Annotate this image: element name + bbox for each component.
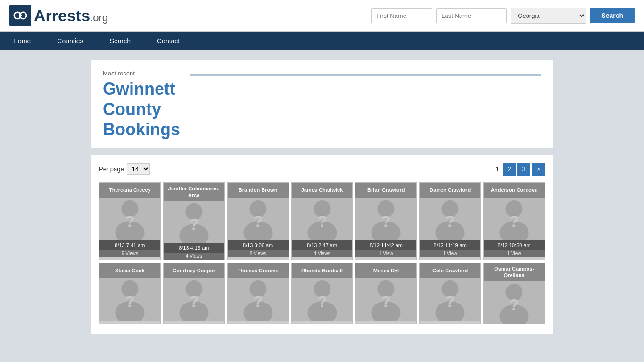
person-photo-area: ? [420,278,480,321]
person-date: 8/13 3:06 am [228,240,289,250]
person-card[interactable]: Anderson Cordova ? 8/12 10:50 am1 View [483,182,545,261]
svg-text:?: ? [381,293,391,311]
person-photo-area: ? [99,278,160,321]
page-3-btn[interactable]: 3 [517,163,530,176]
person-card[interactable]: Moses Dyl ? [355,263,417,324]
person-photo-area: ? 8/13 3:06 am8 Views [228,198,289,257]
person-views: 9 Views [99,250,160,257]
person-views: 4 Views [164,253,224,260]
svg-text:?: ? [510,296,519,313]
svg-text:?: ? [381,213,391,230]
handcuffs-icon: ? [13,7,28,24]
svg-text:?: ? [125,293,134,311]
last-name-input[interactable] [436,8,507,23]
person-name: Courtney Cooper [164,263,224,278]
person-name: Cole Crawford [420,263,480,278]
person-card[interactable]: Rhonda Burdsall ? [291,263,353,324]
person-photo-area: ? 8/12 11:19 am1 View [420,198,480,257]
person-views: 1 View [420,250,480,257]
person-date: 8/13 7:41 am [99,240,160,250]
page-title: Gwinnett County Bookings [103,79,180,140]
per-page-select[interactable]: 7 14 21 28 [127,163,150,175]
svg-text:?: ? [253,213,263,230]
navigation: Home Counties Search Contact [0,32,644,50]
person-name: Stacia Cook [99,263,160,278]
person-views: 1 View [355,250,416,257]
person-name: Darren Crawford [420,183,480,198]
person-date: 8/12 11:19 am [420,240,480,250]
logo[interactable]: ? Arrests.org [9,5,108,26]
person-card[interactable]: Jeniffer Colmenares-Arce ? 8/13 4:13 am4… [163,182,225,261]
first-name-input[interactable] [371,8,432,23]
person-date: 8/13 2:47 am [292,240,353,250]
person-name: Jeniffer Colmenares-Arce [164,183,224,201]
person-name: Thereana Creecy [99,183,160,198]
svg-text:?: ? [446,293,455,311]
nav-contact[interactable]: Contact [144,32,193,50]
pagination: 1 2 3 > [494,163,545,176]
svg-text:?: ? [253,293,263,311]
person-photo-area: ? 8/13 7:41 am9 Views [99,198,160,257]
controls-row: Per page 7 14 21 28 1 2 3 > [99,163,545,176]
person-card[interactable]: James Chadwick ? 8/13 2:47 am4 Views [291,182,353,261]
person-name: Rhonda Burdsall [292,263,353,278]
person-card[interactable]: Brandon Brown ? 8/13 3:06 am8 Views [227,182,289,261]
person-card[interactable]: Thereana Creecy ? 8/13 7:41 am9 Views [99,182,161,261]
person-photo-area: ? 8/12 10:50 am1 View [484,198,545,257]
person-date: 8/12 10:50 am [484,240,545,250]
person-photo-area: ? 8/12 11:42 am1 View [355,198,416,257]
person-photo-area: ? [228,278,289,321]
person-name: Thomas Crooms [228,263,289,278]
search-button[interactable]: Search [590,8,635,23]
person-name: James Chadwick [292,183,353,198]
svg-text:?: ? [510,213,519,230]
person-card[interactable]: Brian Crawford ? 8/12 11:42 am1 View [355,182,417,261]
person-name: Osmar Campos-Orellana [484,263,545,281]
svg-text:?: ? [189,293,198,311]
person-card[interactable]: Thomas Crooms ? [227,263,289,324]
logo-icon: ? [9,5,31,26]
person-photo-area: ? [355,278,416,321]
per-page-label: Per page [99,165,124,173]
person-card[interactable]: Osmar Campos-Orellana ? [483,263,545,324]
svg-text:?: ? [125,213,134,230]
person-name: Anderson Cordova [484,183,545,198]
person-card[interactable]: Darren Crawford ? 8/12 11:19 am1 View [419,182,481,261]
page-1-plain: 1 [494,165,501,173]
person-photo-area: ? [484,281,545,324]
header-search-form: Georgia Alabama Florida Tennessee Search [371,8,635,24]
most-recent-label: Most recent [103,70,180,77]
persons-grid-row2: Stacia Cook ? Courtney Cooper ? Thomas C… [99,263,545,324]
person-name: Brian Crawford [355,183,416,198]
persons-grid-row1: Thereana Creecy ? 8/13 7:41 am9 ViewsJen… [99,182,545,261]
person-photo-area: ? 8/13 2:47 am4 Views [292,198,353,257]
person-views: 1 View [484,250,545,257]
svg-text:?: ? [317,213,327,230]
person-card[interactable]: Cole Crawford ? [419,263,481,324]
person-photo-area: ? 8/13 4:13 am4 Views [164,201,224,260]
person-name: Moses Dyl [355,263,416,278]
next-page-btn[interactable]: > [532,163,545,176]
person-photo-area: ? [164,278,224,321]
svg-text:?: ? [446,213,455,230]
person-name: Brandon Brown [228,183,289,198]
nav-home[interactable]: Home [0,32,44,50]
svg-text:?: ? [19,14,22,19]
person-views: 8 Views [228,250,289,257]
person-date: 8/12 11:42 am [355,240,416,250]
nav-search[interactable]: Search [97,32,144,50]
person-card[interactable]: Courtney Cooper ? [163,263,225,324]
person-photo-area: ? [292,278,353,321]
state-select[interactable]: Georgia Alabama Florida Tennessee [511,8,586,24]
person-views: 4 Views [292,250,353,257]
person-card[interactable]: Stacia Cook ? [99,263,161,324]
logo-text: Arrests.org [34,8,108,24]
nav-counties[interactable]: Counties [44,32,96,50]
svg-text:?: ? [317,293,327,311]
svg-text:?: ? [189,216,198,233]
person-date: 8/13 4:13 am [164,243,224,253]
page-2-btn[interactable]: 2 [503,163,516,176]
